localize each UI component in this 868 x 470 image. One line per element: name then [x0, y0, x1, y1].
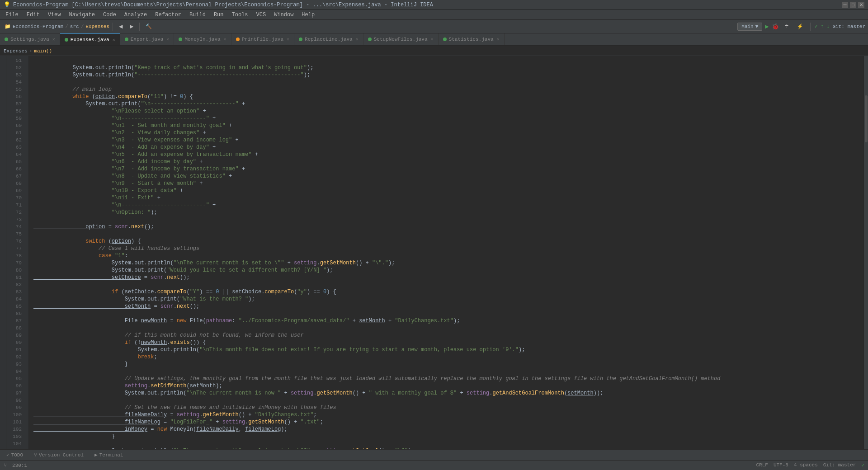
- bottom-tabs: ✓ TODO ⑂ Version Control ▶ Terminal: [0, 449, 868, 460]
- run-config-label: Main: [741, 24, 753, 29]
- minimize-button[interactable]: ─: [842, 2, 848, 8]
- line-numbers: 5152535455565758596061626364656667686970…: [6, 56, 24, 449]
- editor-main-area: 5152535455565758596061626364656667686970…: [0, 56, 868, 449]
- app-icon: 💡: [4, 1, 10, 8]
- back-button[interactable]: ◀: [116, 23, 125, 30]
- tab-replaceline[interactable]: ReplaceLine.java ✕: [294, 33, 363, 45]
- bottom-tab-terminal[interactable]: ▶ Terminal: [90, 451, 127, 459]
- bottom-tab-todo[interactable]: ✓ TODO: [2, 451, 28, 459]
- tab-close-printfile[interactable]: ✕: [287, 37, 289, 42]
- terminal-label: Terminal: [99, 452, 123, 458]
- tab-setupnewfiles[interactable]: SetupNewFiles.java ✕: [363, 33, 439, 45]
- tab-close-moneyin[interactable]: ✕: [224, 37, 226, 42]
- menu-navigate[interactable]: Navigate: [65, 11, 99, 19]
- menu-bar: File Edit View Navigate Code Analyze Ref…: [0, 10, 868, 20]
- tab-close-export[interactable]: ✕: [166, 37, 169, 42]
- tab-label-printfile: PrintFile.java: [242, 37, 283, 42]
- menu-tools[interactable]: Tools: [228, 11, 252, 19]
- tab-label-moneyin: MoneyIn.java: [184, 37, 220, 42]
- toolbar-sep1: [113, 23, 113, 31]
- menu-analyze[interactable]: Analyze: [121, 11, 151, 19]
- breadcrumb-separator: ›: [29, 48, 33, 54]
- status-position[interactable]: 230:1: [12, 463, 27, 468]
- tab-dot-setupnewfiles: [368, 38, 372, 41]
- tab-close-expenses[interactable]: ✕: [113, 37, 115, 42]
- scroll-thumb[interactable]: [865, 95, 868, 142]
- scrollbar-area[interactable]: [863, 56, 868, 449]
- breadcrumb-path[interactable]: Expenses: [4, 48, 28, 54]
- menu-window[interactable]: Window: [270, 11, 297, 19]
- status-crlf[interactable]: CRLF: [756, 462, 768, 468]
- vcs-icon: ⑂: [34, 452, 37, 458]
- breadcrumb-method[interactable]: main(): [34, 48, 52, 54]
- tab-statistics[interactable]: Statistics.java ✕: [439, 33, 505, 45]
- status-indent[interactable]: 4 spaces: [794, 462, 818, 468]
- menu-file[interactable]: File: [2, 11, 22, 19]
- current-file[interactable]: Expenses: [85, 24, 109, 29]
- close-button[interactable]: ✕: [858, 2, 864, 8]
- tab-expenses[interactable]: Expenses.java ✕: [60, 33, 120, 45]
- tab-close-setupnewfiles[interactable]: ✕: [431, 37, 434, 42]
- maximize-button[interactable]: □: [850, 2, 856, 8]
- tab-close-settings[interactable]: ✕: [52, 37, 55, 42]
- menu-help[interactable]: Help: [298, 11, 318, 19]
- code-editor[interactable]: System.out.println("Keep track of what's…: [29, 56, 863, 449]
- tab-dot-moneyin: [179, 38, 182, 41]
- src-folder[interactable]: src: [70, 24, 79, 29]
- tab-close-statistics[interactable]: ✕: [497, 37, 500, 42]
- vcs-update-icon: ↑: [821, 24, 824, 30]
- git-label[interactable]: Git: master: [832, 24, 865, 29]
- debug-button[interactable]: 🐞: [772, 23, 779, 30]
- tab-export[interactable]: Export.java ✕: [120, 33, 175, 45]
- build-button[interactable]: 🔨: [143, 23, 155, 30]
- toolbar: 📁 Economics-Program / src / Expenses ◀ ▶…: [0, 20, 868, 33]
- vcs-label: Version Control: [39, 452, 84, 458]
- toolbar-sep3: [810, 23, 811, 31]
- breadcrumb-row: Expenses › main(): [0, 46, 868, 56]
- profile-button[interactable]: ⚡: [794, 23, 806, 30]
- vcs-push-icon: ↓: [826, 24, 830, 30]
- run-config-selector[interactable]: Main ▼: [737, 23, 762, 31]
- forward-button[interactable]: ▶: [127, 23, 136, 30]
- left-gutter: [0, 56, 6, 449]
- breadcrumb-sep2: /: [81, 24, 84, 29]
- run-button[interactable]: ▶: [765, 23, 769, 30]
- breadcrumb-sep1: /: [65, 24, 68, 29]
- tab-printfile[interactable]: PrintFile.java ✕: [231, 33, 294, 45]
- tab-moneyin[interactable]: MoneyIn.java ✕: [174, 33, 231, 45]
- status-right: CRLF UTF-8 4 spaces Git: master ✓: [756, 462, 864, 468]
- tab-dot-export: [125, 38, 128, 41]
- menu-view[interactable]: View: [44, 11, 65, 19]
- coverage-button[interactable]: ☂: [782, 23, 792, 30]
- tab-settings[interactable]: Settings.java ✕: [0, 33, 60, 45]
- project-name[interactable]: Economics-Program: [13, 24, 63, 29]
- project-icon: 📁: [5, 24, 11, 29]
- tab-dot-expenses: [65, 38, 68, 42]
- todo-icon: ✓: [6, 452, 9, 458]
- tab-label-replaceline: ReplaceLine.java: [305, 37, 353, 42]
- title-bar-left: 💡 Economics-Program [C:\Users\trevo\Docu…: [4, 1, 433, 8]
- status-vcs[interactable]: ⑂: [4, 463, 7, 468]
- tab-label-export: Export.java: [131, 37, 164, 42]
- menu-build[interactable]: Build: [186, 11, 209, 19]
- menu-vcs[interactable]: VCS: [253, 11, 270, 19]
- menu-refactor[interactable]: Refactor: [151, 11, 185, 19]
- status-check-icon: ✓: [861, 462, 864, 468]
- tab-label-expenses: Expenses.java: [71, 37, 109, 42]
- title-bar-controls[interactable]: ─ □ ✕: [842, 2, 864, 8]
- menu-edit[interactable]: Edit: [23, 11, 43, 19]
- menu-code[interactable]: Code: [99, 11, 120, 19]
- tab-label-settings: Settings.java: [10, 37, 49, 42]
- tab-dot-replaceline: [299, 38, 302, 41]
- status-encoding[interactable]: UTF-8: [774, 462, 788, 468]
- status-git[interactable]: Git: master: [823, 462, 856, 468]
- tab-dot-statistics: [443, 38, 447, 41]
- tab-close-replaceline[interactable]: ✕: [356, 37, 359, 42]
- tab-bar: Settings.java ✕ Expenses.java ✕ Export.j…: [0, 33, 868, 46]
- bottom-tab-vcs[interactable]: ⑂ Version Control: [29, 451, 88, 459]
- toolbar-right: Main ▼ ▶ 🐞 ☂ ⚡ ✓ ↑ ↓ Git: master: [737, 23, 865, 31]
- tab-label-setupnewfiles: SetupNewFiles.java: [374, 37, 428, 42]
- menu-run[interactable]: Run: [210, 11, 227, 19]
- project-breadcrumb: 📁 Economics-Program / src / Expenses: [5, 24, 109, 29]
- title-bar-title: Economics-Program [C:\Users\trevo\Docume…: [13, 2, 433, 8]
